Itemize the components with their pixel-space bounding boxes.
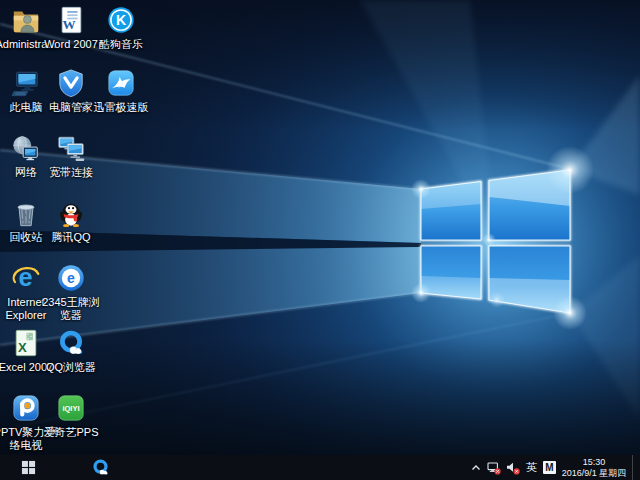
start-button[interactable] (13, 455, 43, 480)
desktop-icon-iqiyi-pps[interactable]: iQIYI 爱奇艺PPS (37, 393, 105, 439)
desktop-icon-qq-browser[interactable]: QQ浏览器 (37, 328, 105, 374)
2345-e-icon: e (56, 263, 86, 293)
dual-monitor-icon (56, 133, 86, 163)
thunder-bird-icon (106, 68, 136, 98)
kugou-k-icon: K (106, 5, 136, 35)
desktop-icon-2345-browser[interactable]: e 2345王牌浏览器 (37, 263, 105, 322)
word-document-icon: W (56, 5, 86, 35)
desktop-icon-broadband[interactable]: 宽带连接 (37, 133, 105, 179)
icon-label: 迅雷极速版 (94, 101, 149, 114)
windows-desktop: Administra... W Word 2007 K 酷狗音乐 (0, 0, 640, 480)
show-desktop-button[interactable] (632, 455, 638, 480)
qq-browser-q-icon (56, 328, 86, 358)
icon-label: QQ浏览器 (46, 361, 96, 374)
clock-date: 2016/9/1 星期四 (561, 468, 627, 479)
desktop-icon-thunder-speed[interactable]: 迅雷极速版 (87, 68, 155, 114)
svg-text:X: X (18, 340, 27, 355)
desktop-icon-kugou-music[interactable]: K 酷狗音乐 (87, 5, 155, 51)
ime-mode-indicator[interactable]: M (543, 461, 556, 474)
svg-text:e: e (67, 270, 75, 286)
hidden-icons-chevron[interactable] (470, 455, 482, 480)
taskbar: 英 M 15:30 2016/9/1 星期四 (0, 455, 640, 480)
chevron-up-icon (470, 462, 482, 474)
network-status-tray[interactable] (487, 455, 501, 480)
icon-label-line2: 览器 (42, 309, 99, 322)
icon-label: 2345王牌浏 (42, 296, 99, 309)
icon-label: 宽带连接 (49, 166, 93, 179)
svg-text:iQIYI: iQIYI (62, 404, 79, 413)
qq-browser-taskbar-icon (91, 458, 110, 477)
windows-logo-icon (21, 460, 36, 475)
desktop-icon-tencent-qq[interactable]: 腾讯QQ (37, 198, 105, 244)
ime-language-indicator[interactable]: 英 (525, 455, 538, 480)
icon-label: 网络 (15, 166, 37, 179)
volume-tray[interactable] (506, 455, 520, 480)
taskbar-pinned-qq-browser[interactable] (85, 455, 115, 480)
icon-label-line2: 络电视 (0, 439, 58, 452)
system-tray: 英 M 15:30 2016/9/1 星期四 (470, 455, 640, 480)
svg-text:K: K (116, 12, 127, 28)
icon-label: 腾讯QQ (51, 231, 90, 244)
svg-text:W: W (63, 17, 76, 32)
iqiyi-icon: iQIYI (56, 393, 86, 423)
icon-label: 酷狗音乐 (99, 38, 143, 51)
clock-time: 15:30 (561, 457, 627, 468)
network-disconnected-icon (487, 461, 501, 475)
icon-label: 爱奇艺PPS (43, 426, 98, 439)
speaker-muted-icon (506, 461, 520, 475)
taskbar-clock[interactable]: 15:30 2016/9/1 星期四 (561, 457, 627, 479)
shield-icon (56, 68, 86, 98)
qq-penguin-icon (56, 198, 86, 228)
